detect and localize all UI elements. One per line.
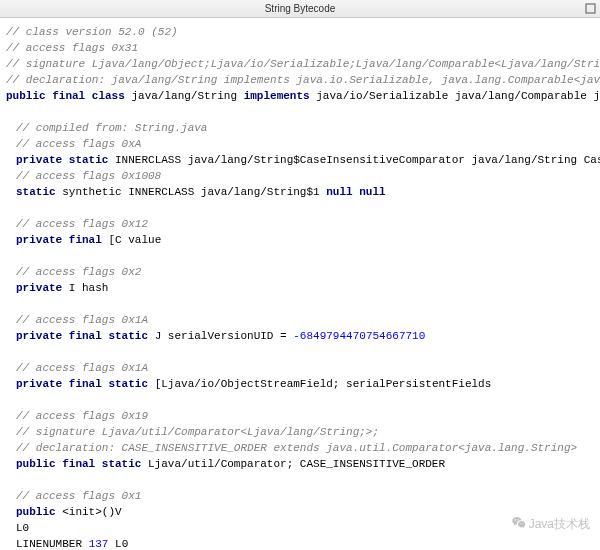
method-init: public <init>()V [16, 504, 596, 520]
code-line: // signature Ljava/lang/Object;Ljava/io/… [6, 56, 596, 72]
code-token: private static [16, 154, 108, 166]
code-token: public [16, 506, 56, 518]
code-line: // access flags 0x2 [16, 264, 596, 280]
blank-line [6, 296, 596, 312]
code-token: L0 [108, 538, 128, 550]
code-token: java/io/Serializable java/lang/Comparabl… [310, 90, 600, 102]
code-line: static synthetic INNERCLASS java/lang/St… [16, 184, 596, 200]
wechat-icon [511, 515, 527, 534]
code-token: [Ljava/io/ObjectStreamField; serialPersi… [148, 378, 491, 390]
code-line: L0 [16, 520, 596, 536]
svg-rect-0 [586, 4, 595, 13]
bytecode-viewer: // class version 52.0 (52) // access fla… [0, 18, 600, 550]
code-token: INNERCLASS java/lang/String$CaseInsensit… [108, 154, 600, 166]
watermark: Java技术栈 [511, 515, 590, 534]
code-token: private [16, 282, 62, 294]
field-caseinsensitive: public final static Ljava/util/Comparato… [16, 456, 596, 472]
code-token: public final static [16, 458, 141, 470]
class-declaration: public final class java/lang/String impl… [6, 88, 596, 104]
code-token: private final [16, 234, 102, 246]
code-token: public final class [6, 90, 125, 102]
code-token: J serialVersionUID = [148, 330, 293, 342]
window-title: String Bytecode [265, 3, 336, 14]
watermark-text: Java技术栈 [529, 516, 590, 533]
code-line: // access flags 0x1A [16, 360, 596, 376]
code-token: [C value [102, 234, 161, 246]
code-line: // declaration: CASE_INSENSITIVE_ORDER e… [16, 440, 596, 456]
code-token: private final static [16, 378, 148, 390]
blank-line [6, 104, 596, 120]
blank-line [6, 472, 596, 488]
code-token: I hash [62, 282, 108, 294]
field-serialversionuid: private final static J serialVersionUID … [16, 328, 596, 344]
code-line: // access flags 0x1008 [16, 168, 596, 184]
code-line: // access flags 0xA [16, 136, 596, 152]
blank-line [6, 392, 596, 408]
code-token: implements [244, 90, 310, 102]
code-line: // access flags 0x12 [16, 216, 596, 232]
field-serialpersistentfields: private final static [Ljava/io/ObjectStr… [16, 376, 596, 392]
code-line: // access flags 0x31 [6, 40, 596, 56]
code-token: 137 [89, 538, 109, 550]
code-line: // compiled from: String.java [16, 120, 596, 136]
blank-line [6, 200, 596, 216]
code-line: // access flags 0x19 [16, 408, 596, 424]
code-token: -6849794470754667710 [293, 330, 425, 342]
maximize-icon[interactable] [585, 3, 596, 14]
code-line: // signature Ljava/util/Comparator<Ljava… [16, 424, 596, 440]
code-token: <init>()V [56, 506, 122, 518]
code-line: private static INNERCLASS java/lang/Stri… [16, 152, 596, 168]
code-token: LINENUMBER [16, 538, 89, 550]
window-titlebar: String Bytecode [0, 0, 600, 18]
blank-line [6, 344, 596, 360]
code-token: private final static [16, 330, 148, 342]
blank-line [6, 248, 596, 264]
code-token: null null [326, 186, 385, 198]
code-line: // access flags 0x1A [16, 312, 596, 328]
field-hash: private I hash [16, 280, 596, 296]
code-token: synthetic INNERCLASS java/lang/String$1 [56, 186, 327, 198]
code-line: // declaration: java/lang/String impleme… [6, 72, 596, 88]
code-token: Ljava/util/Comparator; CASE_INSENSITIVE_… [141, 458, 445, 470]
code-token: static [16, 186, 56, 198]
field-value: private final [C value [16, 232, 596, 248]
code-token: java/lang/String [125, 90, 244, 102]
code-line: // class version 52.0 (52) [6, 24, 596, 40]
code-line: // access flags 0x1 [16, 488, 596, 504]
code-line: LINENUMBER 137 L0 [16, 536, 596, 550]
